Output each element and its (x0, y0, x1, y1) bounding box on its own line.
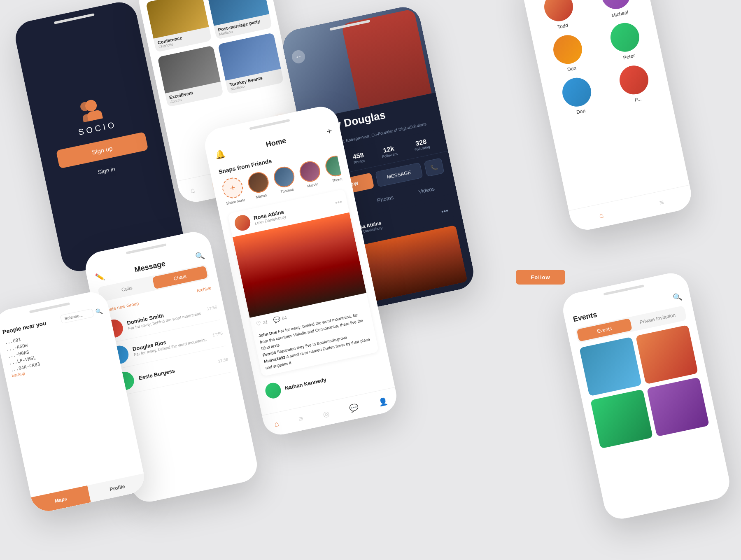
story-item[interactable]: Marvin (298, 159, 323, 189)
story-item[interactable]: Marvin (246, 170, 272, 200)
contact-name: Micheal (611, 9, 629, 19)
signup-button[interactable]: Sign up (56, 132, 149, 169)
events-search-icon[interactable]: 🔍 (672, 292, 683, 303)
like-action[interactable]: ♡ 31 (255, 318, 268, 327)
events-grid: Conference Charlotte Post-marriage party… (146, 0, 284, 107)
feed-title: Home (265, 136, 287, 149)
add-story-avatar: + (220, 176, 245, 200)
next-post-author: Nathan Kennedy (284, 376, 326, 391)
stat-photos: 458 Photos (352, 151, 366, 165)
story-avatar (298, 159, 322, 184)
nearby-search-icon[interactable]: 🔍 (95, 308, 103, 315)
socio-logo: SOCIO (72, 96, 118, 137)
event-card[interactable]: Turnkey Events Modesto (218, 33, 284, 94)
event-card[interactable]: Conference Charlotte (146, 0, 212, 52)
story-item[interactable]: Thomas (272, 165, 298, 195)
compose-icon[interactable]: ✏️ (95, 272, 105, 282)
home-feed-nav[interactable]: ⌂ (273, 420, 280, 429)
contact-avatar (617, 63, 651, 97)
message-sender: Essie Burgess (138, 359, 214, 381)
events-preview-grid (571, 323, 717, 450)
feed-nav-posts[interactable]: ≡ (298, 414, 304, 424)
comment-count: 64 (282, 315, 287, 321)
comment-action[interactable]: 💬 64 (273, 314, 288, 324)
contact-name: Don (576, 108, 586, 115)
events-screen-title: Events (572, 310, 598, 324)
event-card[interactable]: Post-marriage party Madison (206, 0, 273, 40)
story-name: Thomas (332, 176, 343, 183)
contact-item[interactable]: Todd (530, 0, 589, 34)
socio-icon (79, 97, 108, 122)
story-avatar (272, 165, 296, 189)
messages-title: Message (134, 259, 166, 274)
archive-link[interactable]: Archive (196, 285, 212, 293)
feed-nav-chat[interactable]: 💬 (349, 402, 359, 413)
event-preview-card[interactable] (647, 377, 709, 436)
phone-contacts: Todd Micheal Don Peter Don P... (519, 0, 694, 233)
contact-avatar (560, 75, 594, 109)
message-time: 17:56 (206, 304, 217, 311)
message-button[interactable]: MESSAGE (375, 162, 423, 187)
story-add-label: Share story (226, 198, 245, 205)
contact-name: Todd (557, 22, 569, 30)
notification-icon[interactable]: 🔔 (214, 149, 226, 161)
feed-nav-location[interactable]: ◎ (322, 408, 331, 419)
contact-avatar (608, 20, 642, 54)
home-contacts-nav[interactable]: ⌂ (598, 211, 604, 220)
contact-item[interactable]: Don (548, 73, 607, 120)
stat-followers: 12k Followers (380, 144, 398, 159)
story-name: Marvin (307, 182, 319, 188)
contact-name: P... (634, 96, 642, 103)
like-count: 31 (262, 319, 268, 325)
contact-name: Peter (622, 53, 635, 61)
contacts-bottom-nav: ⌂ ≡ (569, 185, 694, 233)
next-post-avatar (264, 381, 282, 400)
message-time: 17:56 (212, 331, 223, 337)
story-add[interactable]: + Share story (220, 176, 246, 206)
heart-icon: ♡ (255, 320, 262, 327)
contacts-grid: Todd Micheal Don Peter Don P... (529, 0, 665, 124)
contact-avatar (542, 0, 576, 24)
story-name: Thomas (280, 187, 294, 194)
post-card-avatar (233, 214, 252, 232)
story-avatar (324, 155, 343, 178)
message-time: 17:56 (217, 357, 228, 364)
contact-item[interactable]: P... (606, 61, 664, 107)
feed-nav-profile[interactable]: 👤 (377, 396, 388, 407)
contact-item[interactable]: Don (539, 30, 598, 77)
call-button[interactable]: 📞 (424, 158, 445, 177)
tab-photos[interactable]: Photos (377, 194, 395, 207)
home-nav-icon[interactable]: ⌂ (186, 184, 199, 197)
tab-videos[interactable]: Videos (418, 185, 436, 198)
contact-name: Don (567, 65, 577, 72)
event-preview-card[interactable] (636, 325, 698, 384)
signin-button[interactable]: Sign in (97, 166, 116, 176)
post-card: Rosa Atkins Luxe Danielsbury ••• ♡ 31 💬 … (228, 189, 379, 376)
post-options-icon[interactable]: ••• (334, 198, 343, 207)
nearby-footer: Maps Profile (31, 474, 147, 514)
event-card[interactable]: ExcelEvent Atlanta (157, 45, 224, 107)
add-icon[interactable]: + (326, 125, 333, 137)
follow-button-overlay[interactable]: Follow (516, 270, 565, 285)
story-item[interactable]: Thomas (324, 155, 343, 184)
story-avatar (246, 170, 270, 194)
comment-icon: 💬 (273, 315, 281, 323)
event-preview-card[interactable] (579, 337, 642, 396)
contact-item[interactable]: Micheal (587, 0, 646, 22)
list-contacts-nav[interactable]: ≡ (659, 198, 665, 208)
contact-avatar (551, 33, 585, 67)
event-preview-card[interactable] (590, 389, 653, 448)
post-options[interactable]: ••• (440, 207, 449, 216)
search-icon[interactable]: 🔍 (195, 251, 205, 261)
contact-item[interactable]: Peter (597, 18, 655, 65)
maps-button[interactable]: Maps (31, 485, 91, 514)
stat-following: 328 Following (412, 138, 430, 152)
phone-events: Events 🔍 Events Private Invitation (560, 270, 733, 522)
story-name: Marvin (255, 193, 267, 199)
